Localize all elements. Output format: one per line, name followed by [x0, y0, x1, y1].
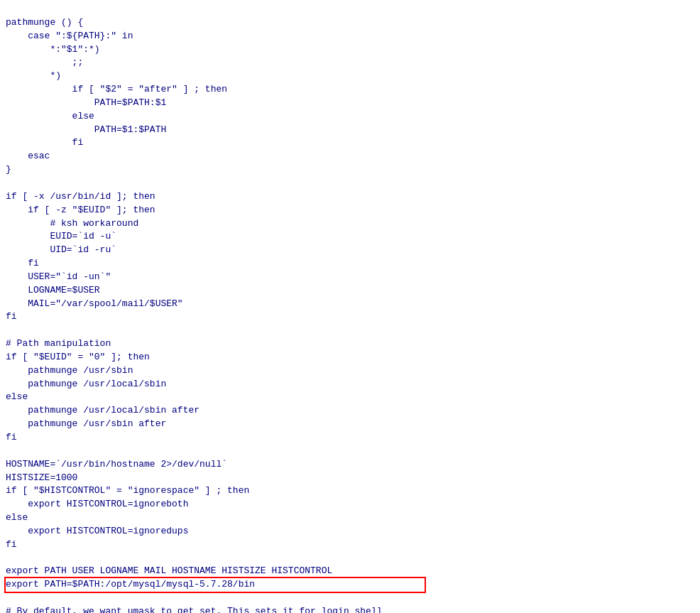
code-line: if [ "$EUID" = "0" ]; then	[6, 352, 150, 362]
code-line: export HISTCONTROL=ignoredups	[6, 526, 188, 536]
code-line: fi	[6, 137, 83, 148]
code-line: # By default, we want umask to get set. …	[6, 606, 383, 613]
code-line: USER="`id -un`"	[6, 271, 111, 282]
code-line: pathmunge /usr/local/sbin	[6, 379, 166, 389]
code-line: PATH=$1:$PATH	[6, 124, 166, 135]
code-line: case ":${PATH}:" in	[6, 31, 133, 41]
code-line: fi	[6, 432, 17, 443]
code-line: EUID=`id -u`	[6, 231, 116, 242]
code-line: PATH=$PATH:$1	[6, 97, 166, 108]
code-line: fi	[6, 258, 39, 268]
code-line: fi	[6, 539, 17, 550]
code-line: esac	[6, 151, 50, 161]
code-line: # Path manipulation	[6, 338, 111, 349]
highlighted-code-line: export PATH=$PATH:/opt/mysql/mysql-5.7.2…	[6, 578, 425, 592]
code-line: HISTSIZE=1000	[6, 472, 77, 483]
code-line: # ksh workaround	[6, 218, 138, 229]
code-line: UID=`id -ru`	[6, 244, 116, 255]
code-line: pathmunge /usr/local/sbin after	[6, 405, 199, 416]
code-line: LOGNAME=$USER	[6, 285, 100, 295]
code-line: if [ "$HISTCONTROL" = "ignorespace" ] ; …	[6, 485, 249, 496]
code-line: HOSTNAME=`/usr/bin/hostname 2>/dev/null`	[6, 459, 227, 470]
code-line: else	[6, 391, 28, 402]
code-line: pathmunge () {	[6, 17, 83, 28]
code-line: pathmunge /usr/sbin after	[6, 418, 166, 429]
code-line: if [ "$2" = "after" ] ; then	[6, 84, 227, 94]
code-line: if [ -x /usr/bin/id ]; then	[6, 191, 155, 202]
code-line: MAIL="/var/spool/mail/$USER"	[6, 298, 183, 309]
code-line: if [ -z "$EUID" ]; then	[6, 205, 155, 215]
code-editor: pathmunge () { case ":${PATH}:" in *:"$1…	[0, 0, 700, 613]
code-line: ;;	[6, 57, 83, 67]
code-line: else	[6, 512, 28, 523]
code-line: *:"$1":*)	[6, 44, 100, 55]
code-line: else	[6, 111, 94, 121]
code-line: fi	[6, 311, 17, 322]
code-line: export PATH USER LOGNAME MAIL HOSTNAME H…	[6, 565, 332, 576]
code-line: *)	[6, 70, 61, 81]
code-line: }	[6, 164, 11, 175]
code-line: pathmunge /usr/sbin	[6, 365, 133, 376]
code-line: export HISTCONTROL=ignoreboth	[6, 499, 188, 509]
